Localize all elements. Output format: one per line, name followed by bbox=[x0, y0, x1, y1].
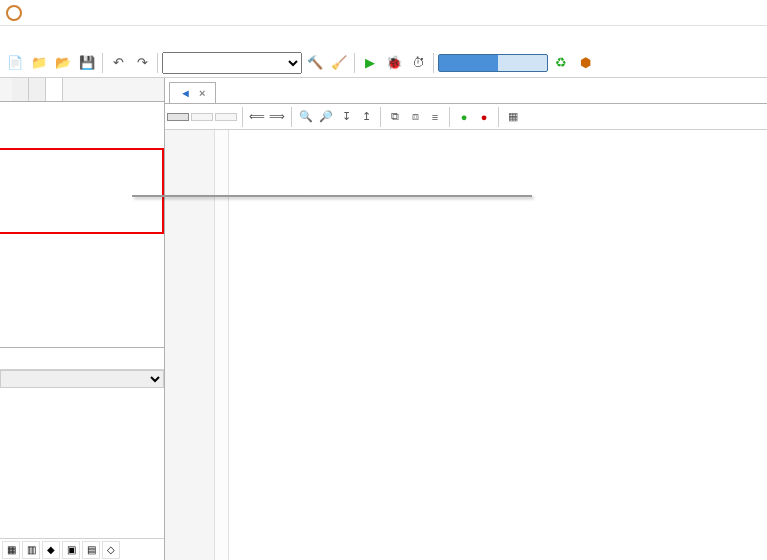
nav-filter-icon[interactable]: ▦ bbox=[2, 541, 20, 559]
toolbar-separator bbox=[380, 107, 381, 127]
nav-filter-icon[interactable]: ▣ bbox=[62, 541, 80, 559]
menu-team[interactable] bbox=[166, 35, 182, 39]
gc-icon[interactable]: ♻ bbox=[550, 52, 572, 74]
save-all-icon[interactable]: 💾 bbox=[76, 52, 98, 74]
navigator-toolbar: ▦ ▥ ◆ ▣ ▤ ◇ bbox=[0, 538, 164, 560]
editor-tool-icon[interactable]: ↧ bbox=[337, 108, 355, 126]
menu-refactor[interactable] bbox=[94, 35, 110, 39]
app-logo-icon bbox=[6, 5, 22, 21]
editor-toolbar: ⟸ ⟹ 🔍 🔎 ↧ ↥ ⧉ ⧈ ≡ ● ● ▦ bbox=[165, 104, 767, 130]
toolbar-separator bbox=[242, 107, 243, 127]
projects-pane-tabs bbox=[0, 78, 164, 102]
menu-navigate[interactable] bbox=[58, 35, 74, 39]
undo-icon[interactable]: ↶ bbox=[107, 52, 129, 74]
menu-debug[interactable] bbox=[130, 35, 146, 39]
toolbar-separator bbox=[102, 53, 103, 73]
tab-services[interactable] bbox=[29, 78, 46, 101]
toolbar-separator bbox=[157, 53, 158, 73]
new-submenu[interactable] bbox=[312, 195, 532, 197]
tab-projects[interactable] bbox=[46, 78, 63, 101]
toolbar-separator bbox=[449, 107, 450, 127]
new-project-icon[interactable]: 📁 bbox=[28, 52, 50, 74]
menu-file[interactable] bbox=[4, 35, 20, 39]
context-menu[interactable] bbox=[132, 195, 312, 197]
build-icon[interactable]: 🔨 bbox=[304, 52, 326, 74]
editor-tool-icon[interactable]: ⧈ bbox=[406, 108, 424, 126]
menu-profile[interactable] bbox=[148, 35, 164, 39]
tab-source[interactable] bbox=[167, 113, 189, 121]
nav-filter-icon[interactable]: ◆ bbox=[42, 541, 60, 559]
nav-filter-icon[interactable]: ▤ bbox=[82, 541, 100, 559]
run-config-select[interactable] bbox=[162, 52, 302, 74]
editor-tool-icon[interactable]: ● bbox=[475, 108, 493, 126]
menubar bbox=[0, 26, 767, 48]
menu-window[interactable] bbox=[202, 35, 218, 39]
toolbar-separator bbox=[498, 107, 499, 127]
editor-tool-icon[interactable]: ▦ bbox=[504, 108, 522, 126]
file-tabs: ◄ × bbox=[165, 78, 767, 104]
editor-tool-icon[interactable]: ⟸ bbox=[248, 108, 266, 126]
editor-tool-icon[interactable]: ↥ bbox=[357, 108, 375, 126]
nav-filter-icon[interactable]: ▥ bbox=[22, 541, 40, 559]
close-tab-icon[interactable]: × bbox=[199, 87, 205, 99]
menu-source[interactable] bbox=[76, 35, 92, 39]
open-icon[interactable]: 📂 bbox=[52, 52, 74, 74]
menu-edit[interactable] bbox=[22, 35, 38, 39]
new-file-icon[interactable]: 📄 bbox=[4, 52, 26, 74]
memory-usage[interactable] bbox=[438, 54, 548, 72]
debug-icon[interactable]: 🐞 bbox=[383, 52, 405, 74]
navigator-tree[interactable] bbox=[0, 388, 164, 538]
main-toolbar: 📄 📁 📂 💾 ↶ ↷ 🔨 🧹 ▶ 🐞 ⏱ ♻ ⬢ bbox=[0, 48, 767, 78]
toolbar-separator bbox=[354, 53, 355, 73]
editor-tool-icon[interactable]: ≡ bbox=[426, 108, 444, 126]
clean-build-icon[interactable]: 🧹 bbox=[328, 52, 350, 74]
window-titlebar bbox=[0, 0, 767, 26]
tab-files[interactable] bbox=[12, 78, 29, 101]
menu-help[interactable] bbox=[220, 35, 236, 39]
navigator-title bbox=[0, 348, 164, 370]
tab-history[interactable] bbox=[215, 113, 237, 121]
editor-tool-icon[interactable]: ⟹ bbox=[268, 108, 286, 126]
menu-tools[interactable] bbox=[184, 35, 200, 39]
editor-tool-icon[interactable]: 🔎 bbox=[317, 108, 335, 126]
tab-design[interactable] bbox=[191, 113, 213, 121]
menu-view[interactable] bbox=[40, 35, 56, 39]
editor-tool-icon[interactable]: 🔍 bbox=[297, 108, 315, 126]
java-file-icon: ◄ bbox=[180, 87, 191, 99]
projects-close-icon[interactable] bbox=[0, 78, 12, 101]
file-tab-bmiapplication[interactable]: ◄ × bbox=[169, 82, 216, 103]
menu-run[interactable] bbox=[112, 35, 128, 39]
annotation-highlight bbox=[0, 148, 164, 234]
redo-icon[interactable]: ↷ bbox=[131, 52, 153, 74]
editor-tool-icon[interactable]: ⧉ bbox=[386, 108, 404, 126]
run-icon[interactable]: ▶ bbox=[359, 52, 381, 74]
profile-icon[interactable]: ⏱ bbox=[407, 52, 429, 74]
toolbar-separator bbox=[433, 53, 434, 73]
toolbar-separator bbox=[291, 107, 292, 127]
editor-tool-icon[interactable]: ● bbox=[455, 108, 473, 126]
nav-filter-icon[interactable]: ◇ bbox=[102, 541, 120, 559]
projects-tree[interactable] bbox=[0, 102, 164, 347]
plugins-icon[interactable]: ⬢ bbox=[574, 52, 596, 74]
navigator-filter-select[interactable] bbox=[0, 370, 164, 388]
